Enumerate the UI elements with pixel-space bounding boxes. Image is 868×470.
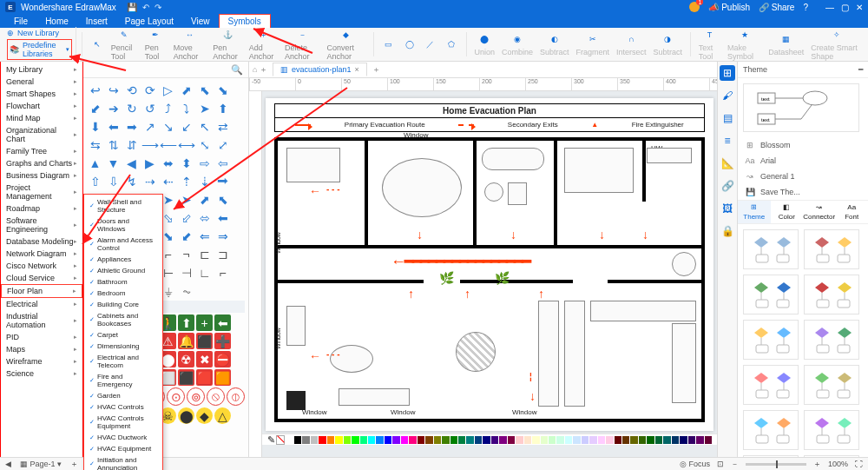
color-swatch[interactable]	[286, 436, 293, 444]
shape-arrow[interactable]: ⟵	[160, 136, 176, 153]
shape-arrow[interactable]: ⬆	[214, 100, 231, 116]
shape-arrow[interactable]: ⟲	[123, 82, 140, 98]
submenu-item[interactable]: Dimensioning	[84, 341, 162, 352]
category-item[interactable]: Graphs and Charts▸	[1, 157, 82, 169]
predefine-libraries-button[interactable]: 📚Predefine Libraries▾	[7, 39, 72, 60]
shape-arrow[interactable]: ⬅	[214, 209, 231, 226]
category-item[interactable]: Project Management▸	[1, 182, 82, 202]
shape-connector[interactable]: ∟	[196, 264, 213, 281]
color-swatch[interactable]	[491, 436, 498, 444]
zoom-out-icon[interactable]: －	[731, 459, 739, 470]
submenu-item[interactable]: Building Core	[84, 299, 162, 310]
shape-arrow[interactable]: ⬈	[178, 82, 194, 98]
shape-oval[interactable]: ◯	[400, 37, 419, 51]
color-swatch[interactable]	[434, 436, 441, 444]
shape-arrow[interactable]: ↘	[160, 118, 176, 135]
shape-poly[interactable]: ⬠	[442, 37, 461, 51]
color-swatch[interactable]	[450, 436, 457, 444]
shape-arrow[interactable]: ⇦	[214, 155, 231, 171]
theme-card[interactable]	[743, 455, 799, 457]
theme-card[interactable]	[743, 229, 799, 269]
delete-anchor[interactable]: －Delete Anchor	[282, 28, 323, 61]
shape-arrow[interactable]: ⇄	[214, 118, 231, 135]
category-item[interactable]: Business Diagram▸	[1, 169, 82, 182]
shape-arrow[interactable]: ⇆	[87, 136, 103, 153]
shape-arrow[interactable]: ⇢	[141, 173, 158, 189]
submenu-item[interactable]: Electrical and Telecom	[84, 352, 162, 371]
submenu-item[interactable]: HVAC Equipment	[84, 443, 162, 454]
shape-arrow[interactable]: ↯	[123, 173, 140, 189]
color-swatch[interactable]	[516, 436, 523, 444]
shape-arrow[interactable]: ⟶	[141, 136, 158, 153]
shape-arrow[interactable]: ➡	[123, 118, 140, 135]
shape-arrow[interactable]: ⬉	[214, 191, 231, 208]
color-swatch[interactable]	[606, 436, 613, 444]
shape-arrow[interactable]: ⤵	[178, 100, 194, 116]
color-swatch[interactable]	[663, 436, 670, 444]
category-item[interactable]: Smart Shapes▸	[1, 88, 82, 100]
minimize-icon[interactable]: ―	[825, 3, 834, 12]
category-item[interactable]: Science▸	[1, 367, 82, 380]
lock-tool-icon[interactable]: 🔒	[720, 223, 735, 239]
shape-arrow[interactable]: ↻	[123, 100, 140, 116]
shape-arrow[interactable]: ⇡	[178, 173, 194, 189]
submenu-item[interactable]: Carpet	[84, 329, 162, 341]
image-tool-icon[interactable]: 🖼	[720, 201, 735, 216]
color-swatch[interactable]	[335, 436, 342, 444]
color-swatch[interactable]	[401, 436, 408, 444]
color-swatch[interactable]	[483, 436, 490, 444]
shape-connector[interactable]: ⊐	[214, 246, 231, 262]
shape-fire-sign[interactable]: 🟥	[196, 369, 213, 386]
theme-card[interactable]	[804, 229, 859, 269]
shape-fire-sign[interactable]: ➕	[214, 333, 231, 349]
color-swatch[interactable]	[556, 436, 563, 444]
pencil-tool[interactable]: ✎Pencil Tool	[108, 28, 141, 61]
shape-arrow[interactable]: ◀	[123, 155, 140, 171]
color-swatch[interactable]	[705, 436, 712, 444]
submenu-item[interactable]: Doors and Windows	[84, 215, 162, 235]
category-item[interactable]: Mind Map▸	[1, 112, 82, 124]
convert-anchor[interactable]: ◆Convert Anchor	[325, 28, 368, 61]
zoom-in-icon[interactable]: ＋	[813, 459, 821, 470]
color-swatch[interactable]	[442, 436, 449, 444]
shape-arrow[interactable]: ▼	[105, 155, 122, 171]
theme-card[interactable]	[804, 320, 859, 360]
color-swatch[interactable]	[475, 436, 482, 444]
shape-fire-sign[interactable]: ☢	[178, 351, 194, 367]
maximize-icon[interactable]: ▢	[841, 3, 849, 12]
category-item[interactable]: Flowchart▸	[1, 100, 82, 112]
menu-view[interactable]: View	[182, 14, 219, 28]
category-item[interactable]: My Library▸	[1, 63, 82, 76]
drawing-page[interactable]: Home Evacuation Plan Primary Evacuation …	[266, 98, 713, 431]
layers-tool-icon[interactable]: ▤	[720, 110, 735, 126]
submenu-item[interactable]: Initiation and Annunciation	[84, 454, 162, 470]
shape-connector[interactable]: ¬	[178, 246, 194, 262]
submenu-item[interactable]: Bedroom	[84, 288, 162, 299]
submenu-item[interactable]: HVAC Controls	[84, 401, 162, 413]
menu-page-layout[interactable]: Page Layout	[116, 14, 182, 28]
fullscreen-icon[interactable]: ⛶	[855, 460, 863, 468]
shape-arrow[interactable]: ➤	[178, 191, 194, 208]
shape-fire-sign[interactable]: 🔔	[178, 333, 194, 349]
shape-prohibit-sign[interactable]: ⦶	[227, 387, 245, 406]
color-swatch[interactable]	[352, 436, 358, 444]
shape-prohibit-sign[interactable]: ⊙	[167, 387, 185, 406]
shape-arrow[interactable]: ⟷	[178, 136, 194, 153]
color-swatch[interactable]	[630, 436, 637, 444]
pen-tool[interactable]: ✒Pen Tool	[142, 28, 169, 61]
color-swatch[interactable]	[392, 436, 399, 444]
color-swatch[interactable]	[319, 436, 326, 444]
shape-arrow[interactable]: ⬍	[178, 155, 194, 171]
category-item[interactable]: Database Modeling▸	[1, 235, 82, 248]
color-swatch[interactable]	[541, 436, 548, 444]
shape-arrow[interactable]: ⬈	[196, 191, 213, 208]
color-swatch[interactable]	[598, 436, 605, 444]
color-swatch[interactable]	[565, 436, 572, 444]
color-swatch[interactable]	[672, 436, 679, 444]
shape-exit-sign[interactable]: ⬅	[214, 314, 231, 331]
submenu-item[interactable]: Cabinets and Bookcases	[84, 310, 162, 329]
shape-arrow[interactable]: ⬉	[196, 82, 213, 98]
shape-arrow[interactable]: ⬋	[178, 228, 194, 244]
submenu-item[interactable]: Appliances	[84, 254, 162, 265]
theme-tab-font[interactable]: AaFont	[836, 201, 869, 223]
